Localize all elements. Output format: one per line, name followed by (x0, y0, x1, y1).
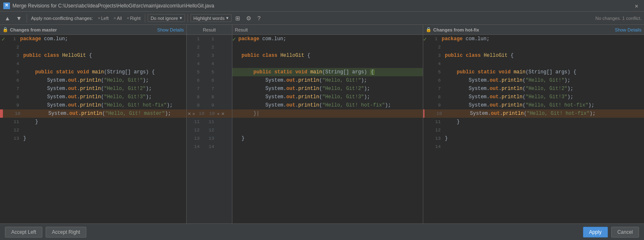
center-panel: Result 1 1 2 2 3 3 4 4 5 5 (187, 25, 232, 223)
apply-non-conflicting-label: Apply non-conflicting changes: (29, 15, 95, 22)
gutter (0, 101, 2, 109)
gutter (0, 43, 2, 51)
table-row: public class HelloGit { (232, 51, 423, 60)
table-row: 13 } (0, 134, 186, 143)
accept-left-inline-button[interactable]: ✕ (187, 111, 192, 116)
apply-button[interactable]: Apply (583, 227, 608, 238)
table-row (232, 60, 423, 68)
gutter (0, 68, 2, 76)
line-numbers-row: 6 6 (187, 76, 232, 85)
right-lock-icon: 🔒 (426, 27, 432, 32)
left-lock-icon: 🔒 (2, 27, 8, 32)
table-row: 3 public class HelloGit { (423, 51, 644, 60)
apply-left-button[interactable]: » Left (96, 15, 110, 22)
table-row: 5 public static void main(String[] args)… (423, 68, 644, 76)
table-row: }| (232, 109, 423, 118)
side-by-side-button[interactable]: ⊞ (233, 14, 242, 22)
right-code-area: ✓ 1 package com.lun; 2 3 public class He… (423, 35, 644, 223)
table-row: 2 (0, 43, 186, 51)
line-numbers-row: 2 2 (187, 43, 232, 51)
table-row: 7 System.out.println("Hello, Git!2"); (423, 85, 644, 93)
gutter (0, 118, 2, 126)
settings-button[interactable]: ⚙ (244, 14, 254, 22)
result-checkmark: ✓ (232, 36, 236, 43)
app-icon: M (3, 2, 10, 9)
bottom-bar: Accept Left Accept Right Apply Cancel (0, 223, 644, 240)
table-row: 11 } (0, 118, 186, 126)
table-row: 2 (423, 43, 644, 51)
table-row: System.out.println("Hello, Git!"); (232, 76, 423, 85)
gutter (0, 60, 2, 68)
line-numbers-row: 1 1 (187, 35, 232, 43)
apply-right-button[interactable]: « Right (125, 15, 142, 22)
gutter (0, 134, 2, 143)
right-panel-header: 🔒 Changes from hot-fix Show Details (423, 25, 644, 35)
table-row (232, 43, 423, 51)
gutter (0, 126, 2, 134)
toolbar-separator-1 (27, 14, 27, 22)
line-numbers-row: 8 8 (187, 93, 232, 101)
table-row (232, 118, 423, 126)
left-panel-header: 🔒 Changes from master Show Details (0, 25, 186, 35)
table-row (232, 126, 423, 134)
table-row: 11 } (423, 118, 644, 126)
line-numbers-row-conflict: ✕ » 10 10 « ✕ (187, 109, 232, 118)
accept-right-inline-button2[interactable]: ✕ (220, 111, 225, 116)
right-panel: 🔒 Changes from hot-fix Show Details ✓ 1 … (423, 25, 644, 223)
line-numbers-row: 13 13 (187, 134, 232, 143)
result-label: Result (203, 27, 216, 32)
right-show-details-link[interactable]: Show Details (615, 27, 642, 32)
gutter (0, 76, 2, 85)
accept-left-inline-button2[interactable]: » (192, 111, 196, 116)
table-row: ✓ 1 package com.lun; (423, 35, 644, 43)
ignore-dropdown[interactable]: Do not ignore ▾ (148, 14, 185, 22)
highlight-words-dropdown[interactable]: Highlight words ▾ (190, 14, 232, 22)
table-row: 6 System.out.println("Hello, Git!"); (423, 76, 644, 85)
result-panel-header: Result (232, 25, 423, 35)
accept-left-button[interactable]: Accept Left (5, 227, 42, 238)
table-row: 8 System.out.println("Hello, Git!3"); (0, 93, 186, 101)
table-row: } (232, 134, 423, 143)
table-row: System.out.println("Hello, Git! hot-fix"… (232, 101, 423, 109)
left-branch-name: Changes from master (10, 27, 57, 32)
left-show-details-link[interactable]: Show Details (157, 27, 184, 32)
main-content: 🔒 Changes from master Show Details ✓ 1 p… (0, 25, 644, 223)
toolbar: ▲ ▼ Apply non-conflicting changes: » Lef… (0, 12, 644, 25)
table-row: 4 (0, 60, 186, 68)
line-numbers-row: 12 12 (187, 126, 232, 134)
window-title: Merge Revisions for C:\Users\abc\IdeaPro… (12, 3, 214, 9)
table-row: 12 (0, 126, 186, 134)
table-row: System.out.println("Hello, Git!2"); (232, 85, 423, 93)
prev-change-button[interactable]: ▲ (2, 14, 12, 22)
line-numbers-row: 5 5 (187, 68, 232, 76)
table-row: 7 System.out.println("Hello, Git!2"); (0, 85, 186, 93)
cancel-button[interactable]: Cancel (611, 227, 639, 238)
gutter (0, 93, 2, 101)
accept-right-inline-button[interactable]: « (217, 111, 221, 116)
table-row: 6 System.out.println("Hello, Git!"); (0, 76, 186, 85)
toolbar-separator-3 (188, 14, 188, 22)
table-row: 14 (423, 143, 644, 151)
table-row: 9 System.out.println("Hello, Git! hot-fi… (423, 101, 644, 109)
apply-all-button[interactable]: » All (112, 15, 124, 22)
title-bar: M Merge Revisions for C:\Users\abc\IdeaP… (0, 0, 644, 12)
table-row: System.out.println("Hello, Git!3"); (232, 93, 423, 101)
line-numbers-row: 7 7 (187, 85, 232, 93)
close-button[interactable]: ✕ (632, 2, 641, 10)
center-header: Result (187, 25, 232, 35)
line-numbers-row: 4 4 (187, 60, 232, 68)
help-button[interactable]: ? (255, 14, 263, 22)
table-row (232, 143, 423, 151)
gutter (1, 109, 3, 118)
result-panel: Result ✓ package com.lun; public class H… (232, 25, 423, 223)
line-numbers-row: 9 9 (187, 101, 232, 109)
table-row: ✓ package com.lun; (232, 35, 423, 43)
right-checkmark: ✓ (423, 36, 427, 43)
left-panel: 🔒 Changes from master Show Details ✓ 1 p… (0, 25, 187, 223)
next-change-button[interactable]: ▼ (14, 14, 24, 22)
toolbar-separator-2 (145, 14, 145, 22)
table-row: 8 System.out.println("Hello, Git!3"); (423, 93, 644, 101)
table-row: 10 System.out.println("Hello, Git! maste… (0, 109, 186, 118)
table-row: 4 (423, 60, 644, 68)
accept-right-button[interactable]: Accept Right (46, 227, 86, 238)
